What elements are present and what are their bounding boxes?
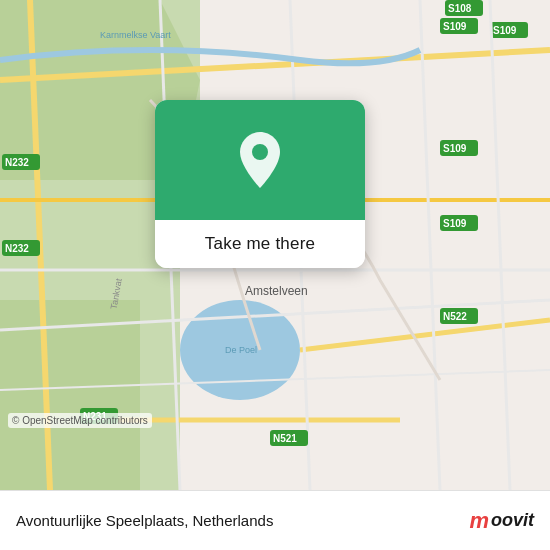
svg-text:N232: N232: [5, 243, 29, 254]
svg-text:S109: S109: [493, 25, 517, 36]
svg-text:S108: S108: [448, 3, 472, 14]
moovit-logo: m oovit: [469, 508, 534, 534]
svg-text:N522: N522: [443, 311, 467, 322]
svg-text:S109: S109: [443, 143, 467, 154]
osm-credit: © OpenStreetMap contributors: [8, 413, 152, 428]
map-container: De Poel N232 N232 N232 S109 S109 S109 S1…: [0, 0, 550, 490]
moovit-text: oovit: [491, 510, 534, 531]
svg-text:N521: N521: [273, 433, 297, 444]
svg-text:Karnmelkse Vaart: Karnmelkse Vaart: [100, 30, 171, 40]
svg-text:S109: S109: [443, 218, 467, 229]
popup-card: Take me there: [155, 100, 365, 268]
svg-text:De Poel: De Poel: [225, 345, 257, 355]
take-me-there-button[interactable]: Take me there: [155, 220, 365, 268]
location-label: Avontuurlijke Speelplaats, Netherlands: [16, 512, 273, 529]
popup-green-area: [155, 100, 365, 220]
svg-text:N232: N232: [5, 157, 29, 168]
svg-text:Amstelveen: Amstelveen: [245, 284, 308, 298]
location-pin-icon: [235, 130, 285, 190]
svg-text:S109: S109: [443, 21, 467, 32]
footer-bar: Avontuurlijke Speelplaats, Netherlands m…: [0, 490, 550, 550]
moovit-m-letter: m: [469, 508, 489, 534]
svg-point-44: [252, 144, 268, 160]
